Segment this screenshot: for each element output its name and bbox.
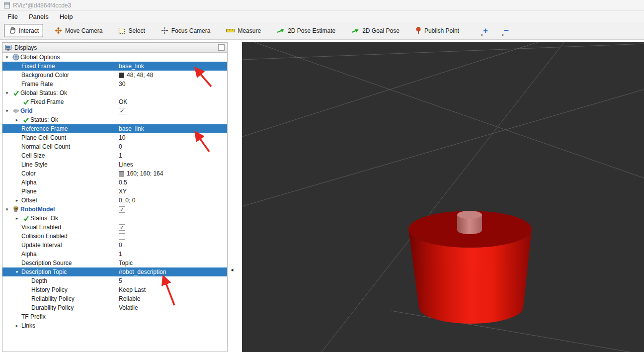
tool-focus-camera[interactable]: Focus Camera [157, 24, 215, 37]
panel-float-button[interactable] [218, 44, 225, 51]
tree-row[interactable]: ▾Grid✓ [2, 106, 227, 115]
property-value[interactable]: 1 [119, 251, 122, 258]
robot-model-cylinder [408, 211, 532, 324]
expander-closed-icon[interactable]: ▸ [12, 323, 21, 328]
tree-row[interactable]: Color160; 160; 164 [2, 169, 227, 178]
menu-item-help[interactable]: Help [54, 12, 79, 21]
checkbox-checked[interactable]: ✓ [119, 224, 125, 231]
tree-row[interactable]: History PolicyKeep Last [2, 285, 227, 294]
property-value[interactable]: 0 [119, 242, 122, 249]
property-value[interactable]: Volatile [119, 304, 138, 311]
remove-tool-button[interactable]: − ▾ [499, 25, 513, 37]
tree-row[interactable]: Fixed FrameOK [2, 97, 227, 106]
property-value[interactable]: base_link [119, 63, 144, 70]
tree-row[interactable]: Background Color48; 48; 48 [2, 71, 227, 80]
tool-select[interactable]: Select [114, 24, 149, 37]
tree-row[interactable]: Normal Cell Count0 [2, 142, 227, 151]
expander-closed-icon[interactable]: ▸ [12, 117, 21, 122]
tree-row[interactable]: TF Prefix [2, 312, 227, 321]
displays-tree: ▾Global OptionsFixed Framebase_linkBackg… [2, 53, 227, 352]
tool-2d-goal-pose[interactable]: 2D Goal Pose [347, 24, 404, 37]
tree-row[interactable]: Collision Enabled [2, 232, 227, 241]
property-value[interactable]: XY [119, 188, 127, 195]
expander-open-icon[interactable]: ▾ [2, 90, 11, 95]
checkbox-unchecked[interactable] [119, 233, 125, 240]
tree-row[interactable]: Fixed Framebase_link [2, 62, 227, 71]
add-tool-button[interactable]: + ▾ [479, 25, 492, 37]
tree-row[interactable]: ▸Offset0; 0; 0 [2, 196, 227, 205]
tree-row[interactable]: PlaneXY [2, 187, 227, 196]
property-value[interactable]: OK [119, 98, 127, 105]
tree-row[interactable]: Reliability PolicyReliable [2, 294, 227, 303]
tool-2d-pose-estimate[interactable]: 2D Pose Estimate [272, 24, 340, 37]
left-panel-area: Displays ▾Global OptionsFixed Framebase_… [0, 40, 242, 352]
tree-row[interactable]: Alpha1 [2, 250, 227, 259]
property-value[interactable]: 160; 160; 164 [127, 170, 163, 177]
expander-open-icon[interactable]: ▾ [2, 55, 11, 60]
tool-move-camera[interactable]: Move Camera [50, 24, 107, 37]
tree-row[interactable]: Plane Cell Count10 [2, 133, 227, 142]
property-value[interactable]: 30 [119, 81, 125, 88]
panel-collapse-handle[interactable]: ◂ [231, 266, 234, 273]
tree-row[interactable]: ▸Links [2, 321, 227, 330]
property-value[interactable]: Keep Last [119, 286, 146, 293]
property-name: RobotModel [20, 206, 55, 213]
tree-row[interactable]: ▾RobotModel✓ [2, 205, 227, 214]
tool-interact[interactable]: Interact [4, 24, 43, 37]
tree-row[interactable]: Cell Size1 [2, 151, 227, 160]
tree-row[interactable]: ▾Global Status: Ok [2, 88, 227, 97]
check-icon [21, 117, 30, 123]
menu-item-file[interactable]: File [2, 12, 23, 21]
menu-item-panels[interactable]: Panels [23, 12, 54, 21]
property-name: Alpha [21, 179, 37, 186]
property-name: Line Style [21, 161, 48, 168]
tree-row[interactable]: ▸Status: Ok [2, 214, 227, 223]
property-value[interactable]: 5 [119, 277, 122, 284]
property-name: Offset [21, 197, 37, 204]
property-value[interactable]: 0 [119, 143, 122, 150]
tree-row[interactable]: Frame Rate30 [2, 80, 227, 88]
tree-row[interactable]: Visual Enabled✓ [2, 223, 227, 232]
expander-open-icon[interactable]: ▾ [12, 269, 21, 274]
tree-row[interactable]: Description SourceTopic [2, 259, 227, 267]
tree-row[interactable]: ▾Description Topic/robot_description [2, 267, 227, 276]
property-value[interactable]: 48; 48; 48 [127, 72, 153, 79]
property-name: Color [21, 170, 36, 177]
expander-closed-icon[interactable]: ▸ [12, 216, 21, 221]
tree-row[interactable]: ▸Status: Ok [2, 115, 227, 124]
property-value[interactable]: 1 [119, 152, 122, 159]
tree-row[interactable]: Update Interval0 [2, 241, 227, 250]
property-value[interactable]: 0; 0; 0 [119, 197, 135, 204]
move-arrows-icon [55, 27, 62, 34]
property-name: Alpha [21, 251, 37, 258]
property-name: Cell Size [21, 152, 45, 159]
property-name: Status: Ok [30, 116, 58, 123]
property-name: Update Interval [21, 242, 62, 249]
expander-closed-icon[interactable]: ▸ [12, 198, 21, 203]
tool-measure[interactable]: Measure [222, 24, 265, 37]
property-name: Durability Policy [31, 304, 74, 311]
checkbox-checked[interactable]: ✓ [119, 108, 125, 114]
property-value[interactable]: Lines [119, 161, 133, 168]
property-value[interactable]: Topic [119, 260, 133, 266]
property-name: Reliability Policy [31, 295, 75, 302]
tree-row[interactable]: Depth5 [2, 276, 227, 285]
tool-publish-point[interactable]: Publish Point [411, 24, 464, 37]
property-name: Status: Ok [30, 215, 58, 222]
tree-row[interactable]: Line StyleLines [2, 160, 227, 169]
displays-panel-header[interactable]: Displays [2, 43, 227, 53]
property-value[interactable]: /robot_description [119, 268, 166, 275]
tree-row[interactable]: ▾Global Options [2, 53, 227, 62]
expander-open-icon[interactable]: ▾ [2, 207, 11, 212]
checkbox-checked[interactable]: ✓ [119, 206, 125, 213]
property-value[interactable]: base_link [119, 125, 144, 132]
tree-row[interactable]: Alpha0.5 [2, 178, 227, 187]
3d-viewport[interactable] [242, 42, 644, 352]
expander-open-icon[interactable]: ▾ [2, 108, 11, 113]
property-value[interactable]: 0.5 [119, 179, 127, 186]
tree-row[interactable]: Durability PolicyVolatile [2, 303, 227, 312]
tree-row[interactable]: Reference Framebase_link [2, 124, 227, 133]
property-value[interactable]: 10 [119, 134, 125, 141]
tool-label: Measure [238, 27, 261, 34]
property-value[interactable]: Reliable [119, 295, 140, 302]
